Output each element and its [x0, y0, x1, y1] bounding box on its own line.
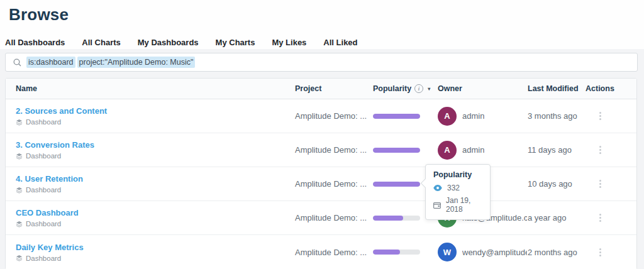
owner-cell: W wendy@amplitude.com — [438, 243, 528, 261]
dashboard-type-icon — [16, 153, 23, 160]
item-type-label: Dashboard — [26, 118, 61, 126]
tab-all-charts[interactable]: All Charts — [82, 38, 120, 47]
tooltip-date: Jan 19, 2018 — [446, 196, 482, 214]
row-actions-menu-icon[interactable] — [599, 248, 601, 256]
table-row[interactable]: 4. User Retention Dashboard Amplitude De… — [6, 167, 636, 201]
table-row[interactable]: Daily Key Metrics Dashboard Amplitude De… — [6, 235, 636, 269]
item-type-label: Dashboard — [26, 255, 61, 262]
project-cell: Amplitude Demo: ... — [295, 248, 373, 257]
project-cell: Amplitude Demo: ... — [295, 111, 373, 121]
project-cell: Amplitude Demo: ... — [295, 179, 373, 189]
column-header-last-modified[interactable]: Last Modified — [528, 84, 586, 93]
dashboard-link[interactable]: 2. Sources and Content — [16, 106, 107, 116]
popularity-tooltip: Popularity 332 Jan 19, 2018 — [425, 164, 491, 220]
tab-all-liked[interactable]: All Liked — [323, 38, 357, 47]
avatar: W — [438, 243, 457, 261]
item-type-label: Dashboard — [26, 152, 61, 160]
search-icon — [13, 58, 21, 67]
row-actions-menu-icon[interactable] — [599, 112, 601, 120]
tab-my-likes[interactable]: My Likes — [272, 38, 306, 47]
row-actions-menu-icon[interactable] — [599, 180, 601, 188]
search-token-type[interactable]: is:dashboard — [26, 57, 75, 68]
dashboard-link[interactable]: 4. User Retention — [16, 174, 83, 184]
table-row[interactable]: CEO Dashboard Dashboard Amplitude Demo: … — [6, 201, 636, 235]
page-title: Browse — [0, 4, 644, 25]
owner-name: admin — [462, 111, 484, 121]
search-token-project[interactable]: project:"Amplitude Demo: Music" — [77, 57, 196, 68]
owner-name: admin — [462, 145, 484, 155]
search-query[interactable]: is:dashboard project:"Amplitude Demo: Mu… — [26, 57, 195, 68]
item-type: Dashboard — [16, 118, 295, 126]
avatar: A — [438, 141, 457, 160]
project-cell: Amplitude Demo: ... — [295, 145, 373, 155]
dashboard-type-icon — [16, 221, 23, 228]
dashboards-table: Name Project Popularity i ▾ Owner Last M… — [5, 78, 637, 269]
dashboard-type-icon — [16, 255, 23, 261]
views-eye-icon — [433, 185, 442, 191]
owner-cell: A admin — [438, 141, 528, 160]
last-modified-cell: 2 months ago — [528, 248, 586, 257]
table-row[interactable]: 2. Sources and Content Dashboard Amplitu… — [6, 99, 636, 133]
browse-tabs: All Dashboards All Charts My Dashboards … — [0, 25, 644, 47]
item-type-label: Dashboard — [26, 220, 61, 228]
popularity-header-label: Popularity — [373, 84, 411, 93]
row-actions-menu-icon[interactable] — [599, 214, 601, 222]
popularity-cell[interactable] — [373, 250, 438, 255]
tab-all-dashboards[interactable]: All Dashboards — [5, 38, 65, 47]
column-header-actions: Actions — [586, 84, 636, 93]
item-type: Dashboard — [16, 152, 295, 160]
dashboard-link[interactable]: CEO Dashboard — [16, 208, 79, 217]
dashboard-type-icon — [16, 119, 23, 126]
table-row[interactable]: 3. Conversion Rates Dashboard Amplitude … — [6, 133, 636, 167]
page-header: Browse All Dashboards All Charts My Dash… — [0, 0, 644, 49]
popularity-cell[interactable] — [373, 114, 438, 119]
tab-my-charts[interactable]: My Charts — [216, 38, 255, 47]
dashboard-link[interactable]: 3. Conversion Rates — [16, 140, 94, 150]
column-header-popularity[interactable]: Popularity i ▾ — [373, 84, 438, 93]
item-type: Dashboard — [16, 255, 295, 262]
project-cell: Amplitude Demo: ... — [295, 213, 373, 222]
owner-name: wendy@amplitude.com — [462, 248, 527, 257]
dashboard-link[interactable]: Daily Key Metrics — [16, 243, 84, 252]
last-modified-cell: 3 months ago — [528, 111, 586, 121]
tooltip-title: Popularity — [433, 170, 482, 179]
sort-descending-icon[interactable]: ▾ — [428, 86, 430, 92]
tab-my-dashboards[interactable]: My Dashboards — [138, 38, 199, 47]
item-type: Dashboard — [16, 186, 295, 194]
last-modified-cell: 10 days ago — [528, 179, 586, 189]
info-icon[interactable]: i — [414, 84, 423, 93]
column-header-name[interactable]: Name — [6, 84, 295, 93]
table-header-row: Name Project Popularity i ▾ Owner Last M… — [6, 79, 636, 99]
row-actions-menu-icon[interactable] — [599, 146, 601, 154]
calendar-icon — [433, 202, 441, 209]
dashboard-type-icon — [16, 187, 23, 194]
views-count: 332 — [447, 184, 460, 192]
owner-cell: A admin — [438, 107, 528, 126]
avatar: A — [438, 107, 457, 126]
search-input[interactable]: is:dashboard project:"Amplitude Demo: Mu… — [5, 53, 638, 72]
last-modified-cell: 11 days ago — [528, 145, 586, 155]
column-header-owner[interactable]: Owner — [438, 84, 528, 93]
column-header-project[interactable]: Project — [295, 84, 373, 93]
popularity-cell[interactable] — [373, 148, 438, 153]
last-modified-cell: a year ago — [528, 213, 586, 222]
item-type: Dashboard — [16, 220, 295, 228]
item-type-label: Dashboard — [26, 186, 61, 194]
